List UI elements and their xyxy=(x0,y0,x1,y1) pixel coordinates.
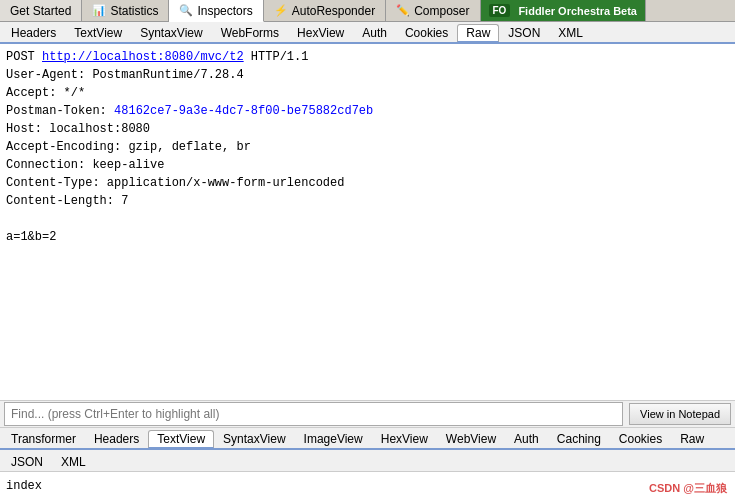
bot-subtab-webview[interactable]: WebView xyxy=(437,430,505,448)
tab-autoresponder[interactable]: ⚡ AutoResponder xyxy=(264,0,386,21)
request-sub-tab-bar: Headers TextView SyntaxView WebForms Hex… xyxy=(0,22,735,44)
request-content: POST http://localhost:8080/mvc/t2 HTTP/1… xyxy=(0,44,735,400)
subtab-webforms[interactable]: WebForms xyxy=(212,24,288,42)
tab-inspectors[interactable]: 🔍 Inspectors xyxy=(169,0,263,22)
content-line8: Content-Type: application/x-www-form-url… xyxy=(6,174,729,192)
response-content: index xyxy=(0,472,735,500)
statistics-label: Statistics xyxy=(110,4,158,18)
tab-composer[interactable]: ✏️ Composer xyxy=(386,0,480,21)
content-line10 xyxy=(6,210,729,228)
autoresponder-label: AutoResponder xyxy=(292,4,375,18)
bot-subtab-raw[interactable]: Raw xyxy=(671,430,713,448)
content-line2: User-Agent: PostmanRuntime/7.28.4 xyxy=(6,66,729,84)
http-method: POST xyxy=(6,50,42,64)
statistics-icon: 📊 xyxy=(92,4,106,17)
bot-subtab-imageview[interactable]: ImageView xyxy=(295,430,372,448)
inspectors-icon: 🔍 xyxy=(179,4,193,17)
inspectors-label: Inspectors xyxy=(197,4,252,18)
composer-icon: ✏️ xyxy=(396,4,410,17)
subtab-headers[interactable]: Headers xyxy=(2,24,65,42)
find-input[interactable] xyxy=(4,402,623,426)
subtab-textview[interactable]: TextView xyxy=(65,24,131,42)
bot-subtab-syntaxview[interactable]: SyntaxView xyxy=(214,430,294,448)
subtab-xml[interactable]: XML xyxy=(549,24,592,42)
subtab-cookies[interactable]: Cookies xyxy=(396,24,457,42)
tab-get-started[interactable]: Get Started xyxy=(0,0,82,21)
tab-fiddler-orchestra[interactable]: FO Fiddler Orchestra Beta xyxy=(481,0,646,21)
content-line11: a=1&b=2 xyxy=(6,228,729,246)
bot-subtab-textview[interactable]: TextView xyxy=(148,430,214,448)
http-version: HTTP/1.1 xyxy=(244,50,309,64)
content-line9: Content-Length: 7 xyxy=(6,192,729,210)
bot-subtab-transformer[interactable]: Transformer xyxy=(2,430,85,448)
bot-subtab-xml[interactable]: XML xyxy=(52,452,95,471)
response-text: index xyxy=(6,479,42,493)
content-line6: Accept-Encoding: gzip, deflate, br xyxy=(6,138,729,156)
bot-subtab-caching[interactable]: Caching xyxy=(548,430,610,448)
response-tab-bar-1: Transformer Headers TextView SyntaxView … xyxy=(0,428,735,450)
subtab-hexview[interactable]: HexView xyxy=(288,24,353,42)
request-url[interactable]: http://localhost:8080/mvc/t2 xyxy=(42,50,244,64)
subtab-json[interactable]: JSON xyxy=(499,24,549,42)
autoresponder-icon: ⚡ xyxy=(274,4,288,17)
tab-statistics[interactable]: 📊 Statistics xyxy=(82,0,169,21)
content-line3: Accept: */* xyxy=(6,84,729,102)
bot-subtab-auth[interactable]: Auth xyxy=(505,430,548,448)
subtab-raw[interactable]: Raw xyxy=(457,24,499,42)
content-line7: Connection: keep-alive xyxy=(6,156,729,174)
bot-subtab-cookies[interactable]: Cookies xyxy=(610,430,671,448)
fo-badge: FO xyxy=(489,4,511,17)
find-bar: View in Notepad xyxy=(0,400,735,428)
response-tab-bar-2: JSON XML xyxy=(0,450,735,472)
fiddler-orchestra-label: Fiddler Orchestra Beta xyxy=(518,5,637,17)
view-in-notepad-button[interactable]: View in Notepad xyxy=(629,403,731,425)
bot-subtab-hexview[interactable]: HexView xyxy=(372,430,437,448)
subtab-syntaxview[interactable]: SyntaxView xyxy=(131,24,211,42)
bot-subtab-json[interactable]: JSON xyxy=(2,452,52,471)
top-tab-bar: Get Started 📊 Statistics 🔍 Inspectors ⚡ … xyxy=(0,0,735,22)
composer-label: Composer xyxy=(414,4,469,18)
content-line5: Host: localhost:8080 xyxy=(6,120,729,138)
subtab-auth[interactable]: Auth xyxy=(353,24,396,42)
get-started-label: Get Started xyxy=(10,4,71,18)
bot-subtab-headers[interactable]: Headers xyxy=(85,430,148,448)
content-line1: POST http://localhost:8080/mvc/t2 HTTP/1… xyxy=(6,48,729,66)
content-line4: Postman-Token: 48162ce7-9a3e-4dc7-8f00-b… xyxy=(6,102,729,120)
postman-token-value: 48162ce7-9a3e-4dc7-8f00-be75882cd7eb xyxy=(114,104,373,118)
